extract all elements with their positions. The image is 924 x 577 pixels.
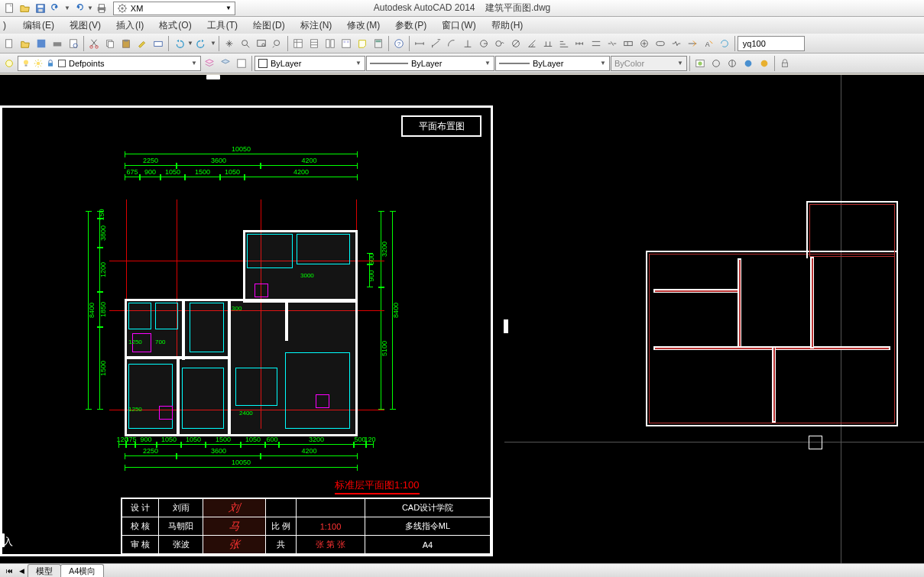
block-editor-icon[interactable] [151,36,166,51]
dim-continue-icon[interactable] [572,36,588,51]
menu-修改[interactable]: 修改(M) [339,17,387,34]
new-icon[interactable] [2,36,17,51]
circle2-icon[interactable] [725,56,740,71]
layer-freeze-icon[interactable] [2,56,17,71]
qat-dropdown-icon[interactable]: ▼ [64,5,70,11]
lock-layer-icon[interactable] [777,56,793,71]
zoom-previous-icon[interactable] [270,36,285,51]
layer-dropdown[interactable]: Defpoints ▼ [18,56,201,71]
dim-aligned-icon[interactable] [428,36,443,51]
menu-绘图[interactable]: 绘图(D) [245,17,293,34]
new-icon[interactable] [3,2,17,15]
workspace-dropdown[interactable]: XM ▼ [113,2,235,15]
dim-ordinate-icon[interactable] [460,36,475,51]
dim-inspect-icon[interactable] [653,36,668,51]
save-icon[interactable] [34,36,49,51]
dim-style-field[interactable]: yq100 [738,36,805,51]
dim-jogged-linear-icon[interactable] [669,36,684,51]
menu-帮助[interactable]: 帮助(H) [484,17,531,34]
layer-previous-icon[interactable] [218,56,233,71]
center-mark-icon[interactable] [637,36,652,51]
tab-layout[interactable]: A4横向 [60,564,104,578]
lightbulb-icon [21,59,31,68]
dim-edit-icon[interactable] [685,36,700,51]
print-icon[interactable] [95,2,109,15]
render-icon[interactable] [692,56,708,71]
cursor-pickbox [809,436,822,449]
plotstyle-dropdown[interactable]: ByColor ▼ [611,56,687,71]
tool-palette-icon[interactable] [323,36,338,51]
sphere2-icon[interactable] [757,56,772,71]
menu-窗口[interactable]: 窗口(W) [434,17,483,34]
dim-space-icon[interactable] [588,36,604,51]
tab-nav-prev[interactable]: ◀ [16,567,28,575]
menu-标注[interactable]: 标注(N) [293,17,340,34]
drawing-area[interactable]: 平面布置图 10050 2250 3600 4200 675 900 1050 … [0,75,924,563]
sheet-set-icon[interactable] [306,36,322,51]
layer-states-icon[interactable] [234,56,249,71]
dropdown-icon[interactable]: ▼ [210,40,216,47]
dropdown-icon[interactable]: ▼ [187,40,193,47]
dim: 120 [366,444,374,445]
tab-model[interactable]: 模型 [28,564,61,578]
design-center-icon[interactable] [339,36,354,51]
quick-dim-icon[interactable] [540,36,556,51]
right-viewport[interactable] [504,75,924,563]
lineweight-dropdown[interactable]: ByLayer ▼ [495,56,610,71]
dim-arc-icon[interactable] [444,36,459,51]
menu-插入[interactable]: 插入(I) [109,17,151,34]
undo-icon[interactable] [171,36,186,51]
dim-diameter-icon[interactable] [508,36,524,51]
dim-left-total: 8400 [88,211,89,410]
calculator-icon[interactable] [371,36,386,51]
svg-rect-9 [6,39,12,47]
qat-dropdown-icon[interactable]: ▼ [87,5,93,11]
color-dropdown[interactable]: ByLayer ▼ [255,56,365,71]
lineweight-icon [499,60,530,66]
left-viewport[interactable]: 平面布置图 10050 2250 3600 4200 675 900 1050 … [0,75,504,563]
dim-update-icon[interactable] [717,36,732,51]
undo-icon[interactable] [49,2,63,15]
redo-icon[interactable] [72,2,86,15]
tab-nav-first[interactable]: ⏮ [3,567,16,575]
cut-icon[interactable] [86,36,102,51]
menu-工具[interactable]: 工具(T) [199,17,245,34]
command-input[interactable]: 入 [3,535,13,549]
sphere-icon[interactable] [741,56,756,71]
print-preview-icon[interactable] [66,36,81,51]
markup-icon[interactable] [355,36,370,51]
zoom-window-icon[interactable] [254,36,269,51]
circle-icon[interactable] [708,56,724,71]
dim-jogged-icon[interactable] [492,36,507,51]
match-properties-icon[interactable] [135,36,150,51]
svg-rect-3 [38,8,42,11]
redo-icon[interactable] [194,36,209,51]
save-icon[interactable] [34,2,47,15]
dim-radius-icon[interactable] [476,36,491,51]
zoom-realtime-icon[interactable] [238,36,253,51]
menu-overflow[interactable]: ) [0,17,15,34]
pan-icon[interactable] [222,36,237,51]
svg-rect-48 [238,59,246,67]
viewport-marker [504,319,508,333]
open-icon[interactable] [18,36,33,51]
dim-angular-icon[interactable] [524,36,540,51]
plot-icon[interactable] [50,36,65,51]
menu-编辑[interactable]: 编辑(E) [15,17,62,34]
menu-参数[interactable]: 参数(P) [387,17,434,34]
properties-icon[interactable] [290,36,306,51]
dim-text-edit-icon[interactable]: A [701,36,716,51]
tolerance-icon[interactable] [621,36,636,51]
menu-视图[interactable]: 视图(V) [62,17,109,34]
layer-manager-icon[interactable] [202,56,217,71]
dim-baseline-icon[interactable] [556,36,572,51]
help-icon[interactable]: ? [391,36,407,51]
paste-icon[interactable] [118,36,134,51]
dim-linear-icon[interactable] [412,36,427,51]
copy-icon[interactable] [102,36,118,51]
svg-rect-17 [108,41,113,47]
open-icon[interactable] [18,2,32,15]
menu-格式[interactable]: 格式(O) [151,17,199,34]
linetype-dropdown[interactable]: ByLayer ▼ [366,56,494,71]
dim-break-icon[interactable] [605,36,620,51]
